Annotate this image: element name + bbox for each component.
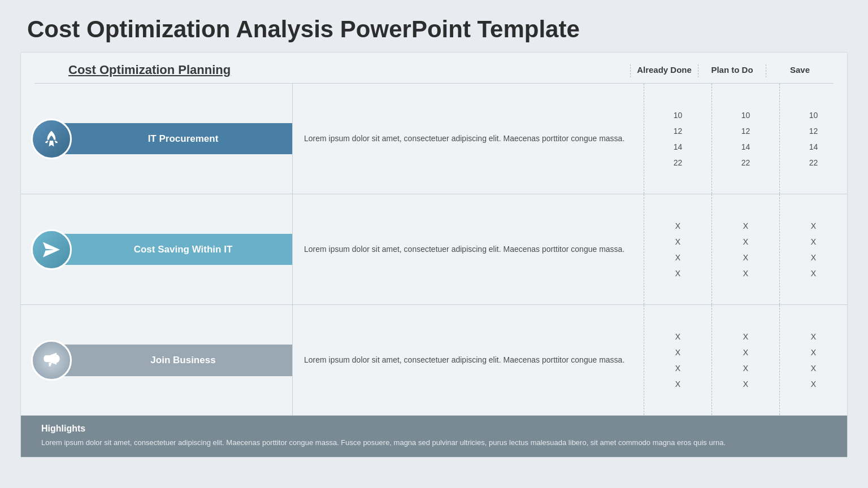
row-it-procurement: IT Procurement Lorem ipsum dolor sit ame… [21, 84, 847, 194]
data-cols-cs: X X X X X X X X X X X X [644, 194, 847, 304]
page-title: Cost Optimization Analysis PowerPoint Te… [0, 0, 868, 52]
col2-it: 10 12 14 22 [711, 84, 779, 194]
category-left-cs: Cost Saving Within IT [21, 194, 292, 304]
col2-cs: X X X X [711, 194, 779, 304]
footer: Highlights Lorem ipsum dolor sit amet, c… [21, 416, 847, 457]
desc-jb: Lorem ipsum dolor sit amet, consectetuer… [292, 305, 644, 415]
col1-cs: X X X X [644, 194, 711, 304]
col-save: Save [766, 64, 834, 78]
label-cost-saving: Cost Saving Within IT [55, 234, 292, 265]
col-plan-to-do: Plan to Do [698, 64, 766, 78]
icon-megaphone [31, 340, 72, 381]
col3-it: 10 12 14 22 [779, 84, 847, 194]
icon-rocket [31, 119, 72, 159]
content-area: IT Procurement Lorem ipsum dolor sit ame… [21, 84, 847, 416]
icon-paper-plane [31, 229, 72, 270]
desc-cs: Lorem ipsum dolor sit amet, consectetuer… [292, 194, 644, 304]
column-headers: Already Done Plan to Do Save [630, 64, 834, 78]
col1-it: 10 12 14 22 [644, 84, 711, 194]
category-left-jb: Join Business [21, 305, 292, 415]
data-cols-it: 10 12 14 22 10 12 14 22 10 12 14 22 [644, 84, 847, 194]
row-cost-saving: Cost Saving Within IT Lorem ipsum dolor … [21, 194, 847, 305]
footer-text: Lorem ipsum dolor sit amet, consectetuer… [41, 437, 827, 449]
label-join-business: Join Business [55, 345, 292, 376]
slide-container: Cost Optimization Planning Already Done … [20, 52, 848, 457]
col1-jb: X X X X [644, 305, 711, 415]
data-cols-jb: X X X X X X X X X X X X [644, 305, 847, 415]
desc-it: Lorem ipsum dolor sit amet, consectetuer… [292, 84, 644, 194]
header-row: Cost Optimization Planning Already Done … [34, 53, 834, 84]
col3-jb: X X X X [779, 305, 847, 415]
col-already-done: Already Done [630, 64, 698, 78]
col2-jb: X X X X [711, 305, 779, 415]
label-it-procurement: IT Procurement [55, 123, 292, 155]
category-left-it: IT Procurement [21, 84, 292, 194]
row-join-business: Join Business Lorem ipsum dolor sit amet… [21, 305, 847, 416]
col3-cs: X X X X [779, 194, 847, 304]
footer-title: Highlights [41, 424, 827, 434]
section-title: Cost Optimization Planning [34, 63, 306, 77]
